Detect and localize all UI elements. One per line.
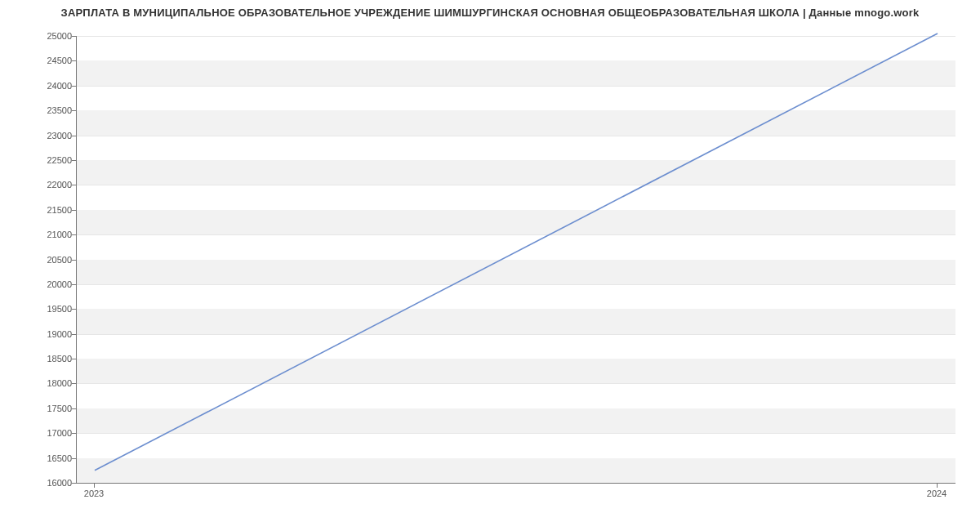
y-tick-mark [72,383,76,384]
y-tick-mark [72,359,76,359]
line-layer [77,36,956,483]
y-tick-label: 21500 [7,205,72,215]
x-tick-label: 2024 [927,489,947,498]
y-tick-label: 21000 [7,230,72,239]
chart-container: ЗАРПЛАТА В МУНИЦИПАЛЬНОЕ ОБРАЗОВАТЕЛЬНОЕ… [0,0,980,531]
y-tick-label: 16000 [7,478,72,488]
y-tick-mark [72,260,76,261]
y-tick-mark [72,309,76,310]
y-tick-label: 22000 [7,180,72,190]
y-tick-mark [72,110,76,111]
x-tick-label: 2023 [84,489,104,498]
y-tick-label: 17000 [7,428,72,438]
y-tick-label: 18500 [7,354,72,364]
y-tick-mark [72,160,76,161]
y-tick-mark [72,334,76,335]
y-tick-label: 20500 [7,255,72,265]
y-tick-label: 16500 [7,453,72,463]
y-tick-label: 24000 [7,81,72,91]
y-tick-mark [72,36,76,37]
y-tick-mark [72,483,76,484]
y-tick-label: 19000 [7,329,72,339]
y-tick-label: 25000 [7,31,72,41]
y-tick-mark [72,433,76,434]
y-tick-mark [72,458,76,459]
series-line [95,33,938,471]
y-tick-mark [72,408,76,409]
y-tick-mark [72,60,76,61]
y-tick-mark [72,284,76,285]
y-tick-mark [72,234,76,235]
x-tick-mark [937,484,938,488]
y-tick-label: 23000 [7,131,72,141]
x-tick-mark [94,484,95,488]
y-tick-label: 22500 [7,155,72,165]
y-tick-label: 18000 [7,378,72,388]
y-tick-mark [72,210,76,211]
y-tick-label: 19500 [7,304,72,314]
chart-title: ЗАРПЛАТА В МУНИЦИПАЛЬНОЕ ОБРАЗОВАТЕЛЬНОЕ… [0,7,980,19]
y-tick-label: 23500 [7,105,72,115]
y-tick-label: 24500 [7,56,72,65]
y-tick-label: 20000 [7,279,72,289]
y-tick-label: 17500 [7,404,72,413]
y-tick-mark [72,185,76,185]
y-tick-mark [72,86,76,87]
plot-area [76,36,956,484]
y-tick-mark [72,136,76,136]
